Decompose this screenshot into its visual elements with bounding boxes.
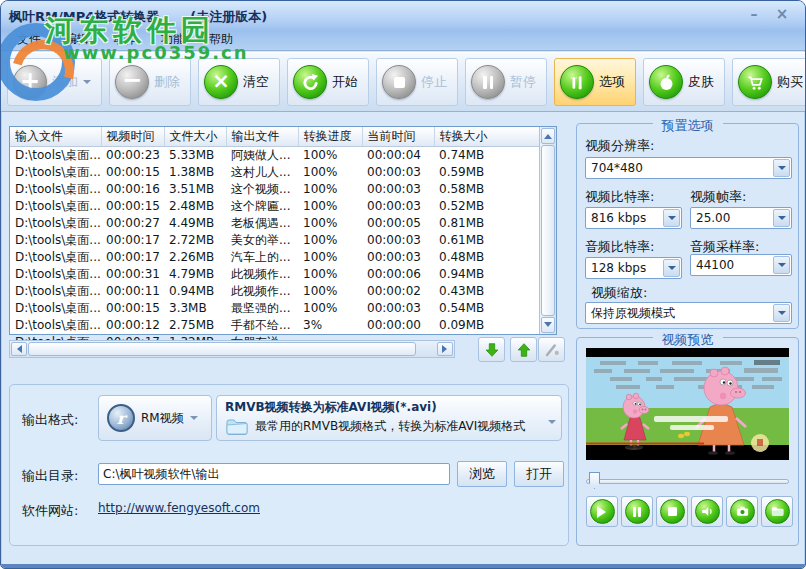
table-cell: 最坚强的... xyxy=(226,300,298,317)
horizontal-scrollbar[interactable] xyxy=(9,340,455,358)
close-button[interactable]: × xyxy=(771,5,793,23)
seek-track[interactable] xyxy=(586,479,789,484)
cart-icon xyxy=(738,65,772,99)
table-row[interactable]: D:\tools\桌面...00:00:274.49MB老板偶遇...100%0… xyxy=(10,215,540,232)
column-header[interactable]: 输入文件 xyxy=(10,127,101,146)
table-cell: 0.94MB xyxy=(434,266,540,283)
edit-button[interactable] xyxy=(538,337,565,362)
table-cell: 0.81MB xyxy=(434,215,540,232)
plus-icon: + xyxy=(13,65,47,99)
framerate-label: 视频帧率: xyxy=(690,188,746,206)
menu-help[interactable]: 帮助 xyxy=(197,29,245,50)
video-bitrate-select[interactable]: 816 kbps xyxy=(585,207,682,229)
table-row[interactable]: D:\tools\桌面...00:00:151.38MB这村儿人...100%0… xyxy=(10,164,540,181)
table-row[interactable]: D:\tools\桌面...00:00:152.48MB这个牌匾...100%0… xyxy=(10,198,540,215)
pause-preview-button[interactable] xyxy=(621,496,653,527)
snapshot-button[interactable] xyxy=(726,496,758,527)
table-cell: 00:00:31 xyxy=(101,266,164,283)
seek-thumb[interactable] xyxy=(589,472,600,489)
scroll-right-icon[interactable] xyxy=(437,342,453,356)
audio-bitrate-select[interactable]: 128 kbps xyxy=(585,257,682,279)
stop-preview-button[interactable] xyxy=(656,496,688,527)
file-list-panel: 输入文件视频时间文件大小输出文件转换进度当前时间转换大小 D:\tools\桌面… xyxy=(9,126,557,335)
table-cell: D:\tools\桌面... xyxy=(10,266,101,283)
column-header[interactable]: 当前时间 xyxy=(362,127,434,146)
stop-icon xyxy=(660,499,685,524)
format-profile-dropdown[interactable]: RMVB视频转换为标准AVI视频(*.avi) 最常用的RMVB视频格式，转换为… xyxy=(216,395,562,441)
table-cell: 100% xyxy=(298,283,362,300)
table-cell: 汽车上的... xyxy=(226,249,298,266)
vertical-scroll-thumb[interactable] xyxy=(541,145,555,316)
table-cell: 4.49MB xyxy=(164,215,226,232)
menu-file[interactable]: 文件 xyxy=(5,29,53,50)
format-select-button[interactable]: r RM视频 xyxy=(98,395,212,441)
scroll-up-icon[interactable] xyxy=(541,128,555,144)
minus-icon: − xyxy=(115,65,149,99)
video-scale-label: 视频缩放: xyxy=(591,284,647,302)
add-button[interactable]: + 添加 xyxy=(7,58,102,106)
scroll-down-icon[interactable] xyxy=(541,317,555,333)
table-row[interactable]: D:\tools\桌面...00:00:122.75MB手都不给...3%00:… xyxy=(10,317,540,334)
table-cell: 00:00:27 xyxy=(101,215,164,232)
menu-edit[interactable]: 编辑 xyxy=(53,29,101,50)
table-cell: 0.48MB xyxy=(434,249,540,266)
menu-function[interactable]: 功能 xyxy=(149,29,197,50)
horizontal-scroll-thumb[interactable] xyxy=(28,342,416,356)
speaker-icon xyxy=(695,499,720,524)
resolution-label: 视频分辨率: xyxy=(585,137,654,155)
open-button[interactable]: 打开 xyxy=(514,461,564,487)
table-row[interactable]: D:\tools\桌面...00:00:314.79MB此视频作...100%0… xyxy=(10,266,540,283)
samplerate-select[interactable]: 44100 xyxy=(690,254,792,276)
start-button[interactable]: 开始 xyxy=(287,58,369,106)
move-up-button[interactable] xyxy=(510,337,537,362)
clear-button[interactable]: × 清空 xyxy=(198,58,280,106)
add-label: 添加 xyxy=(52,73,78,91)
table-cell: 100% xyxy=(298,146,362,164)
column-header[interactable]: 转换进度 xyxy=(298,127,362,146)
buy-button[interactable]: 购买 xyxy=(732,58,806,106)
website-link[interactable]: http://www.fengyesoft.com xyxy=(98,501,260,515)
pause-button[interactable]: 暂停 xyxy=(465,58,547,106)
table-cell: 00:00:04 xyxy=(362,146,434,164)
column-header[interactable]: 输出文件 xyxy=(226,127,298,146)
table-cell: 美女的举... xyxy=(226,232,298,249)
table-row[interactable]: D:\tools\桌面...00:00:163.51MB这个视频...100%0… xyxy=(10,181,540,198)
column-header[interactable]: 文件大小 xyxy=(164,127,226,146)
vertical-scrollbar[interactable] xyxy=(539,127,556,334)
table-row[interactable]: D:\tools\桌面...00:00:153.3MB最坚强的...100%00… xyxy=(10,300,540,317)
output-dir-label: 输出目录: xyxy=(22,467,78,485)
table-cell: D:\tools\桌面... xyxy=(10,146,101,164)
green-up-arrow-icon xyxy=(515,341,533,359)
tools-icon xyxy=(560,65,594,99)
open-folder-button[interactable] xyxy=(761,496,793,527)
table-row[interactable]: D:\tools\桌面...00:00:235.33MB阿姨做人...100%0… xyxy=(10,146,540,164)
framerate-select[interactable]: 25.00 xyxy=(690,207,792,229)
play-button[interactable] xyxy=(586,496,618,527)
video-bitrate-label: 视频比特率: xyxy=(585,188,654,206)
mute-button[interactable] xyxy=(691,496,723,527)
menu-action[interactable]: 动作 xyxy=(101,29,149,50)
delete-button[interactable]: − 删除 xyxy=(109,58,191,106)
browse-button[interactable]: 浏览 xyxy=(457,461,507,487)
move-down-button[interactable] xyxy=(478,337,505,362)
table-row[interactable]: D:\tools\桌面...00:00:172.26MB汽车上的...100%0… xyxy=(10,249,540,266)
options-button[interactable]: 选项 xyxy=(554,58,636,106)
pause-icon xyxy=(625,499,650,524)
stop-button[interactable]: 停止 xyxy=(376,58,458,106)
video-preview-frame xyxy=(586,348,789,460)
video-scale-select[interactable]: 保持原视频模式 xyxy=(585,302,792,324)
video-preview-panel: 视频预览 xyxy=(576,337,799,546)
minimize-button[interactable]: – xyxy=(743,5,765,23)
resolution-select[interactable]: 704*480 xyxy=(585,157,792,179)
skin-button[interactable]: 皮肤 xyxy=(643,58,725,106)
table-row[interactable]: D:\tools\桌面...00:00:110.94MB此视频作...100%0… xyxy=(10,283,540,300)
audio-bitrate-label: 音频比特率: xyxy=(585,238,654,256)
column-header[interactable]: 视频时间 xyxy=(101,127,164,146)
table-row[interactable]: D:\tools\桌面...00:00:172.72MB美女的举...100%0… xyxy=(10,232,540,249)
scroll-left-icon[interactable] xyxy=(11,342,27,356)
table-cell: 0.94MB xyxy=(164,283,226,300)
output-dir-input[interactable] xyxy=(98,463,450,485)
start-arrow-icon xyxy=(293,65,327,99)
seek-slider[interactable] xyxy=(586,472,789,490)
column-header[interactable]: 转换大小 xyxy=(434,127,540,146)
